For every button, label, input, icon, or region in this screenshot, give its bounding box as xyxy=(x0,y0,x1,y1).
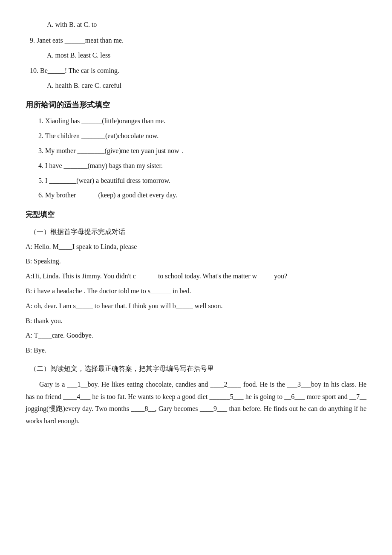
fill-item-5: 5. I ________(wear) a beautiful dress to… xyxy=(26,175,366,187)
reading-paragraph: Gary is a ___1__boy. He likes eating cho… xyxy=(26,379,366,428)
dialog-line-3: A:Hi, Linda. This is Jimmy. You didn't c… xyxy=(26,270,366,283)
question-10: 10. Be_____! The car is coming. A. healt… xyxy=(26,65,366,92)
reading-container: Gary is a ___1__boy. He likes eating cho… xyxy=(26,379,366,428)
fill-section-title: 用所给词的适当形式填空 xyxy=(26,98,366,112)
dialog-line-1: A: Hello. M____I speak to Linda, please xyxy=(26,241,366,253)
dialog-container: A: Hello. M____I speak to Linda, pleaseB… xyxy=(26,241,366,357)
cloze-section-title: 完型填空 xyxy=(26,208,366,222)
dialog-line-6: B: thank you. xyxy=(26,315,366,327)
dialog-line-4: B: i have a headache . The doctor told m… xyxy=(26,285,366,298)
dialog-line-2: B: Speaking. xyxy=(26,255,366,268)
fill-item-4: 4. I have _______(many) bags than my sis… xyxy=(26,160,366,172)
question-9: 9. Janet eats ______meat than me. A. mos… xyxy=(26,35,366,62)
dialog-line-5: A: oh, dear. I am s_____ to hear that. I… xyxy=(26,300,366,312)
fill-item-3: 3. My mother ________(give)me ten yuan j… xyxy=(26,145,366,157)
fill-item-6: 6. My brother ______(keep) a good diet e… xyxy=(26,189,366,202)
fill-item-1: 1. Xiaoling has ______(little)oranges th… xyxy=(26,115,366,127)
subsection2-title: （二）阅读短文，选择最正确答案，把其字母编号写在括号里 xyxy=(30,363,366,375)
dialog-line-8: B: Bye. xyxy=(26,344,366,357)
subsection1-title: （一）根据首字母提示完成对话 xyxy=(30,226,366,238)
dialog-line-7: A: T____care. Goodbye. xyxy=(26,330,366,342)
fill-items-container: 1. Xiaoling has ______(little)oranges th… xyxy=(26,115,366,202)
question-8-options: A. with B. at C. to xyxy=(26,19,366,31)
fill-item-2: 2. The children _______(eat)chocolate no… xyxy=(26,130,366,142)
